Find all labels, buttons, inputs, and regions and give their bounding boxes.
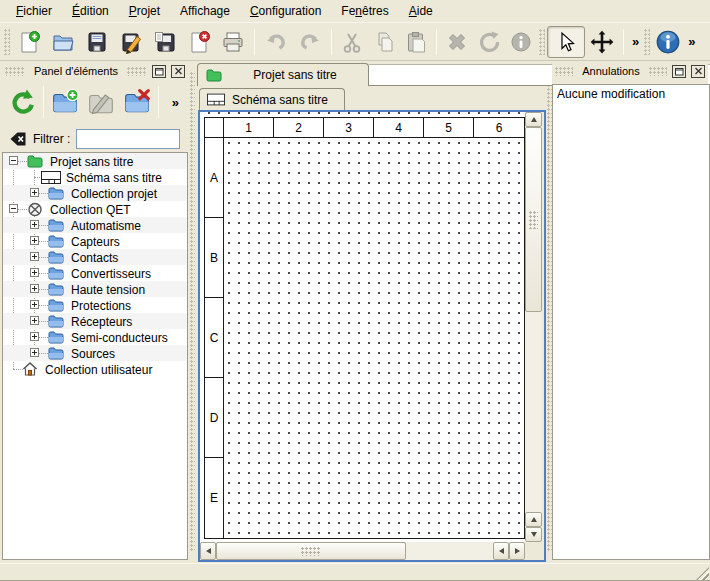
vertical-scrollbar[interactable] [525, 112, 542, 542]
scroll-down-button[interactable] [525, 527, 542, 542]
select-tool-button[interactable] [547, 26, 585, 58]
tree-collapse-icon[interactable] [9, 204, 18, 213]
schema-canvas[interactable]: 1 2 3 4 5 6 A B C D E [200, 112, 525, 542]
horizontal-scrollbar[interactable] [200, 542, 525, 560]
tree-item-sources[interactable]: Sources [3, 345, 187, 361]
scroll-up-button[interactable] [525, 512, 542, 527]
tree-item-contacts[interactable]: Contacts [3, 249, 187, 265]
qelectrotech-window: Fichier Édition Projet Affichage Configu… [0, 0, 710, 581]
new-category-button[interactable] [47, 84, 83, 120]
tree-expand-icon[interactable] [30, 284, 39, 293]
save-as-button[interactable] [114, 26, 148, 58]
undo-list-item[interactable]: Aucune modification [553, 85, 709, 102]
undo-panel-titlebar[interactable]: Annulations [552, 62, 708, 80]
tree-expand-icon[interactable] [30, 236, 39, 245]
tree-item-haute-tension[interactable]: Haute tension [3, 281, 187, 297]
new-document-button[interactable] [12, 26, 46, 58]
scroll-left-button[interactable] [200, 542, 216, 560]
element-infos-button[interactable] [505, 26, 537, 58]
toolbar-extension-button[interactable]: » [684, 34, 698, 49]
copy-button[interactable] [368, 26, 400, 58]
float-panel-button[interactable] [152, 65, 166, 78]
scroll-up-button[interactable] [525, 112, 542, 127]
tree-item-label: Contacts [71, 251, 118, 265]
diagram-infos-button[interactable] [652, 26, 684, 58]
menu-fichier[interactable]: Fichier [6, 1, 62, 21]
close-panel-button[interactable] [691, 65, 705, 78]
folder-icon [48, 218, 64, 232]
panel-toolbar-extension-button[interactable]: » [172, 95, 186, 110]
tree-item-convertisseurs[interactable]: Convertisseurs [3, 265, 187, 281]
diagram-column-label: 1 [224, 118, 274, 138]
elements-panel-titlebar[interactable]: Panel d'éléments [2, 62, 188, 80]
clear-filter-icon[interactable] [9, 130, 27, 148]
close-file-icon [187, 30, 211, 54]
delete-button[interactable] [441, 26, 473, 58]
toolbar-drag-handle[interactable] [644, 29, 650, 55]
tree-item-collection-utilisateur[interactable]: Collection utilisateur [3, 361, 187, 377]
tree-expand-icon[interactable] [30, 188, 39, 197]
tree-collapse-icon[interactable] [9, 156, 18, 165]
save-button[interactable] [80, 26, 114, 58]
tree-item-collection-qet[interactable]: Collection QET [3, 201, 187, 217]
filter-input[interactable] [76, 129, 180, 149]
tree-item-projet-sans-titre[interactable]: Projet sans titre [3, 153, 187, 169]
cut-button[interactable] [336, 26, 368, 58]
reload-collections-button[interactable] [4, 84, 40, 120]
tree-item-automatisme[interactable]: Automatisme [3, 217, 187, 233]
move-tool-button[interactable] [585, 26, 619, 58]
toolbar-drag-handle[interactable] [4, 29, 10, 55]
tree-expand-icon[interactable] [30, 300, 39, 309]
tree-item-schema-sans-titre[interactable]: Schéma sans titre [3, 169, 187, 185]
toolbar-drag-handle[interactable] [539, 29, 545, 55]
tree-expand-icon[interactable] [30, 220, 39, 229]
menu-aide[interactable]: Aide [399, 1, 443, 21]
tree-expand-icon[interactable] [30, 348, 39, 357]
tree-item-label: Capteurs [71, 235, 120, 249]
menu-affichage[interactable]: Affichage [170, 1, 240, 21]
tree-expand-icon[interactable] [30, 252, 39, 261]
save-all-button[interactable] [148, 26, 182, 58]
tree-expand-icon[interactable] [30, 316, 39, 325]
resize-grip[interactable] [696, 567, 709, 580]
redo-button[interactable] [293, 26, 327, 58]
tab-schema-sans-titre[interactable]: Schéma sans titre [199, 88, 345, 110]
paste-button[interactable] [400, 26, 432, 58]
undo-history-list[interactable]: Aucune modification [552, 84, 710, 560]
undo-button[interactable] [259, 26, 293, 58]
toolbar-extension-button[interactable]: » [628, 34, 642, 49]
vertical-scroll-thumb[interactable] [525, 127, 542, 312]
tree-item-recepteurs[interactable]: Récepteurs [3, 313, 187, 329]
print-button[interactable] [216, 26, 250, 58]
rotate-button[interactable] [473, 26, 505, 58]
open-document-button[interactable] [46, 26, 80, 58]
diagram-column-label: 6 [474, 118, 524, 138]
tree-item-label: Collection utilisateur [45, 363, 152, 377]
menu-projet[interactable]: Projet [119, 1, 170, 21]
close-file-button[interactable] [182, 26, 216, 58]
tab-projet-sans-titre[interactable]: Projet sans titre [197, 63, 369, 86]
menu-configuration[interactable]: Configuration [240, 1, 331, 21]
menu-edition[interactable]: Édition [62, 1, 119, 21]
close-panel-button[interactable] [171, 65, 185, 78]
tree-expand-icon[interactable] [30, 268, 39, 277]
rotate-icon [477, 30, 501, 54]
tree-item-collection-projet[interactable]: Collection projet [3, 185, 187, 201]
tree-item-semi-conducteurs[interactable]: Semi-conducteurs [3, 329, 187, 345]
menu-fenetres[interactable]: Fenêtres [331, 1, 398, 21]
diagram-column-label: 5 [424, 118, 474, 138]
tree-item-protections[interactable]: Protections [3, 297, 187, 313]
tree-item-label: Convertisseurs [71, 267, 151, 281]
edit-category-button[interactable] [83, 84, 119, 120]
tree-item-label: Protections [71, 299, 131, 313]
float-panel-button[interactable] [672, 65, 686, 78]
tree-item-capteurs[interactable]: Capteurs [3, 233, 187, 249]
float-icon [675, 67, 684, 76]
left-dock-splitter[interactable] [188, 62, 196, 562]
horizontal-scroll-thumb[interactable] [216, 542, 406, 560]
float-icon [155, 67, 164, 76]
scroll-left-button[interactable] [493, 542, 509, 560]
delete-category-button[interactable] [119, 84, 155, 120]
scroll-right-button[interactable] [509, 542, 525, 560]
tree-expand-icon[interactable] [30, 332, 39, 341]
